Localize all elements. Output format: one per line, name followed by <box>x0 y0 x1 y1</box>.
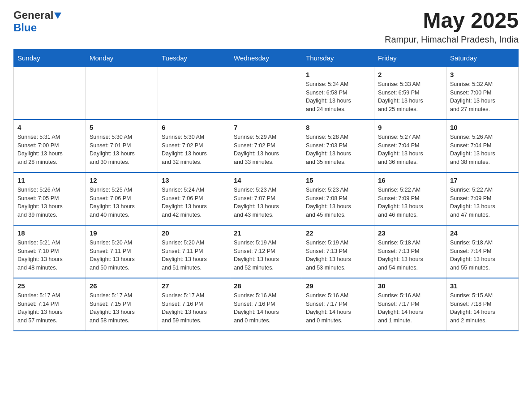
calendar-week-4: 18Sunrise: 5:21 AMSunset: 7:10 PMDayligh… <box>14 225 519 278</box>
day-info: Sunrise: 5:23 AMSunset: 7:08 PMDaylight:… <box>306 186 370 219</box>
day-info: Sunrise: 5:29 AMSunset: 7:02 PMDaylight:… <box>234 133 298 167</box>
calendar-cell: 29Sunrise: 5:16 AMSunset: 7:17 PMDayligh… <box>302 278 374 331</box>
day-info: Sunrise: 5:27 AMSunset: 7:04 PMDaylight:… <box>378 133 442 167</box>
logo: General Blue <box>13 9 61 34</box>
calendar-cell <box>86 67 158 120</box>
day-number: 29 <box>306 282 370 290</box>
weekday-header-wednesday: Wednesday <box>230 49 302 67</box>
calendar-cell: 19Sunrise: 5:20 AMSunset: 7:11 PMDayligh… <box>86 225 158 278</box>
day-info: Sunrise: 5:19 AMSunset: 7:12 PMDaylight:… <box>234 239 298 272</box>
calendar-cell: 27Sunrise: 5:17 AMSunset: 7:16 PMDayligh… <box>158 278 230 331</box>
day-number: 1 <box>306 71 370 78</box>
day-number: 6 <box>162 124 226 131</box>
day-number: 3 <box>450 71 515 78</box>
day-number: 13 <box>162 176 226 184</box>
calendar-cell: 20Sunrise: 5:20 AMSunset: 7:11 PMDayligh… <box>158 225 230 278</box>
day-number: 16 <box>378 176 442 184</box>
day-info: Sunrise: 5:19 AMSunset: 7:13 PMDaylight:… <box>306 239 370 272</box>
day-info: Sunrise: 5:25 AMSunset: 7:06 PMDaylight:… <box>90 186 154 219</box>
day-info: Sunrise: 5:17 AMSunset: 7:15 PMDaylight:… <box>90 291 154 325</box>
day-info: Sunrise: 5:34 AMSunset: 6:58 PMDaylight:… <box>306 80 370 114</box>
weekday-header-tuesday: Tuesday <box>158 49 230 67</box>
calendar-cell: 25Sunrise: 5:17 AMSunset: 7:14 PMDayligh… <box>14 278 86 331</box>
calendar-cell: 6Sunrise: 5:30 AMSunset: 7:02 PMDaylight… <box>158 120 230 172</box>
calendar-cell: 16Sunrise: 5:22 AMSunset: 7:09 PMDayligh… <box>374 172 446 225</box>
day-info: Sunrise: 5:30 AMSunset: 7:01 PMDaylight:… <box>90 133 154 167</box>
day-number: 31 <box>450 282 515 290</box>
calendar-cell: 30Sunrise: 5:16 AMSunset: 7:17 PMDayligh… <box>374 278 446 331</box>
weekday-header-thursday: Thursday <box>302 49 374 67</box>
calendar-cell: 24Sunrise: 5:18 AMSunset: 7:14 PMDayligh… <box>446 225 519 278</box>
day-number: 4 <box>17 124 82 131</box>
day-info: Sunrise: 5:30 AMSunset: 7:02 PMDaylight:… <box>162 133 226 167</box>
day-number: 19 <box>90 229 154 237</box>
calendar-cell: 11Sunrise: 5:26 AMSunset: 7:05 PMDayligh… <box>14 172 86 225</box>
day-number: 26 <box>90 282 154 290</box>
day-info: Sunrise: 5:26 AMSunset: 7:05 PMDaylight:… <box>17 186 82 219</box>
calendar-cell: 3Sunrise: 5:32 AMSunset: 7:00 PMDaylight… <box>446 67 519 120</box>
day-info: Sunrise: 5:16 AMSunset: 7:17 PMDaylight:… <box>306 291 370 325</box>
day-number: 24 <box>450 229 515 237</box>
day-number: 8 <box>306 124 370 131</box>
day-info: Sunrise: 5:22 AMSunset: 7:09 PMDaylight:… <box>450 186 515 219</box>
day-number: 28 <box>234 282 298 290</box>
day-number: 2 <box>378 71 442 78</box>
calendar-cell: 8Sunrise: 5:28 AMSunset: 7:03 PMDaylight… <box>302 120 374 172</box>
calendar-cell: 13Sunrise: 5:24 AMSunset: 7:06 PMDayligh… <box>158 172 230 225</box>
title-area: May 2025 Rampur, Himachal Pradesh, India <box>385 9 519 45</box>
calendar-table: SundayMondayTuesdayWednesdayThursdayFrid… <box>13 49 519 331</box>
day-number: 21 <box>234 229 298 237</box>
day-info: Sunrise: 5:22 AMSunset: 7:09 PMDaylight:… <box>378 186 442 219</box>
day-number: 20 <box>162 229 226 237</box>
calendar-cell: 5Sunrise: 5:30 AMSunset: 7:01 PMDaylight… <box>86 120 158 172</box>
page-header: General Blue May 2025 Rampur, Himachal P… <box>13 9 519 45</box>
calendar-week-3: 11Sunrise: 5:26 AMSunset: 7:05 PMDayligh… <box>14 172 519 225</box>
day-number: 10 <box>450 124 515 131</box>
day-number: 27 <box>162 282 226 290</box>
day-info: Sunrise: 5:16 AMSunset: 7:16 PMDaylight:… <box>234 291 298 325</box>
calendar-cell: 12Sunrise: 5:25 AMSunset: 7:06 PMDayligh… <box>86 172 158 225</box>
day-info: Sunrise: 5:31 AMSunset: 7:00 PMDaylight:… <box>17 133 82 167</box>
day-number: 15 <box>306 176 370 184</box>
day-info: Sunrise: 5:32 AMSunset: 7:00 PMDaylight:… <box>450 80 515 114</box>
calendar-cell: 10Sunrise: 5:26 AMSunset: 7:04 PMDayligh… <box>446 120 519 172</box>
calendar-cell: 2Sunrise: 5:33 AMSunset: 6:59 PMDaylight… <box>374 67 446 120</box>
day-number: 9 <box>378 124 442 131</box>
day-number: 17 <box>450 176 515 184</box>
calendar-cell: 7Sunrise: 5:29 AMSunset: 7:02 PMDaylight… <box>230 120 302 172</box>
calendar-cell: 26Sunrise: 5:17 AMSunset: 7:15 PMDayligh… <box>86 278 158 331</box>
calendar-cell: 9Sunrise: 5:27 AMSunset: 7:04 PMDaylight… <box>374 120 446 172</box>
day-number: 30 <box>378 282 442 290</box>
calendar-cell: 28Sunrise: 5:16 AMSunset: 7:16 PMDayligh… <box>230 278 302 331</box>
month-title: May 2025 <box>385 9 519 33</box>
day-number: 22 <box>306 229 370 237</box>
calendar-cell: 15Sunrise: 5:23 AMSunset: 7:08 PMDayligh… <box>302 172 374 225</box>
day-info: Sunrise: 5:18 AMSunset: 7:14 PMDaylight:… <box>450 239 515 272</box>
logo-general-text: General <box>13 9 53 21</box>
svg-marker-0 <box>54 13 61 19</box>
logo-triangle-icon <box>54 13 61 21</box>
location-subtitle: Rampur, Himachal Pradesh, India <box>385 34 519 45</box>
weekday-header-saturday: Saturday <box>446 49 519 67</box>
calendar-cell: 17Sunrise: 5:22 AMSunset: 7:09 PMDayligh… <box>446 172 519 225</box>
day-info: Sunrise: 5:28 AMSunset: 7:03 PMDaylight:… <box>306 133 370 167</box>
calendar-week-5: 25Sunrise: 5:17 AMSunset: 7:14 PMDayligh… <box>14 278 519 331</box>
calendar-cell <box>158 67 230 120</box>
calendar-cell <box>230 67 302 120</box>
day-info: Sunrise: 5:17 AMSunset: 7:16 PMDaylight:… <box>162 291 226 325</box>
calendar-cell: 22Sunrise: 5:19 AMSunset: 7:13 PMDayligh… <box>302 225 374 278</box>
day-info: Sunrise: 5:17 AMSunset: 7:14 PMDaylight:… <box>17 291 82 325</box>
day-info: Sunrise: 5:33 AMSunset: 6:59 PMDaylight:… <box>378 80 442 114</box>
calendar-week-1: 1Sunrise: 5:34 AMSunset: 6:58 PMDaylight… <box>14 67 519 120</box>
calendar-week-2: 4Sunrise: 5:31 AMSunset: 7:00 PMDaylight… <box>14 120 519 172</box>
day-info: Sunrise: 5:20 AMSunset: 7:11 PMDaylight:… <box>90 239 154 272</box>
weekday-header-row: SundayMondayTuesdayWednesdayThursdayFrid… <box>14 49 519 67</box>
day-number: 25 <box>17 282 82 290</box>
day-number: 11 <box>17 176 82 184</box>
logo-blue-text: Blue <box>13 21 37 34</box>
day-info: Sunrise: 5:24 AMSunset: 7:06 PMDaylight:… <box>162 186 226 219</box>
day-number: 14 <box>234 176 298 184</box>
day-number: 23 <box>378 229 442 237</box>
weekday-header-sunday: Sunday <box>14 49 86 67</box>
day-info: Sunrise: 5:26 AMSunset: 7:04 PMDaylight:… <box>450 133 515 167</box>
